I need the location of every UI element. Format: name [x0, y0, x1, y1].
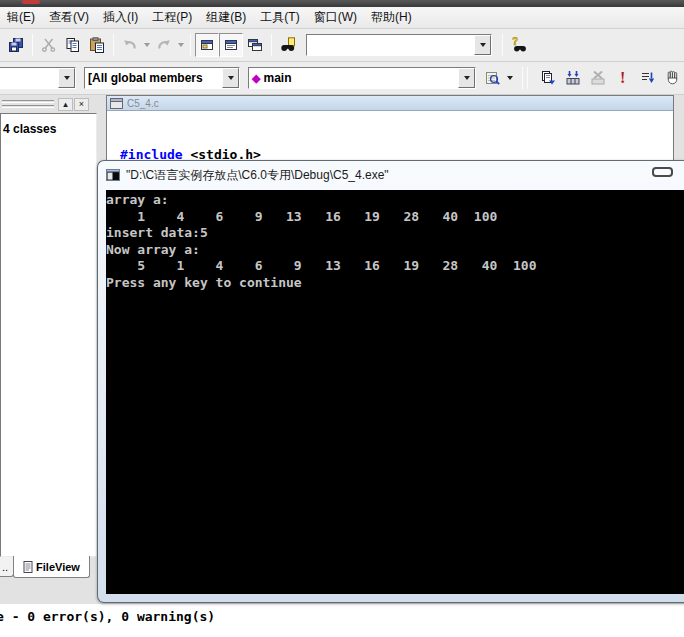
redo-dropdown-button[interactable]: [176, 33, 186, 57]
undo-icon: [122, 37, 138, 53]
paste-button[interactable]: [85, 33, 109, 57]
standard-toolbar: ?: [0, 29, 684, 62]
build-icon: [565, 70, 581, 86]
document-window-icon: [110, 98, 123, 109]
paste-icon: [89, 37, 105, 53]
tab-fileview[interactable]: FileView: [13, 556, 90, 578]
workspace-window-icon: [199, 37, 215, 53]
find-combobox: [306, 34, 492, 56]
menu-insert[interactable]: 插入(I): [96, 6, 145, 29]
compile-button[interactable]: [536, 66, 559, 90]
save-all-icon: [8, 37, 24, 53]
save-all-button[interactable]: [4, 33, 28, 57]
execute-button[interactable]: !: [611, 66, 634, 90]
wizard-actions-dropdown[interactable]: [505, 66, 515, 90]
go-debug-icon: [640, 70, 656, 86]
pane-close-button[interactable]: ×: [74, 98, 89, 111]
chevron-down-icon: [64, 76, 70, 80]
file-icon: [23, 561, 33, 573]
wizard-actions-button[interactable]: [482, 66, 505, 90]
hand-icon: [665, 70, 681, 86]
console-title: "D:\C语言实例存放点\C6.0专用\Debug\C5_4.exe": [126, 167, 389, 184]
workspace-root-item[interactable]: 4 classes: [1, 114, 96, 136]
wizard-actions-icon: [485, 70, 501, 86]
console-titlebar[interactable]: "D:\C语言实例存放点\C6.0专用\Debug\C5_4.exe": [98, 161, 684, 189]
toolbar-separator: [271, 34, 272, 56]
menu-help[interactable]: 帮助(H): [364, 6, 419, 29]
console-screen[interactable]: array a: 1 4 6 9 13 16 19 28 40 100 inse…: [106, 190, 684, 594]
tab-classview-label: ..: [2, 561, 8, 573]
console-output-line: array a:: [106, 192, 684, 209]
members-dropdown-button[interactable]: [222, 68, 239, 88]
redo-button[interactable]: [152, 33, 176, 57]
vc6-application: 辑(E) 查看(V) 插入(I) 工程(P) 组建(B) 工具(T) 窗口(W)…: [0, 0, 684, 637]
console-output-line: Now array a:: [106, 242, 684, 259]
execute-exclamation-icon: !: [620, 69, 625, 87]
find-in-files-button[interactable]: [276, 33, 300, 57]
cut-icon: [41, 37, 57, 53]
copy-button[interactable]: [61, 33, 85, 57]
menu-tools[interactable]: 工具(T): [253, 6, 306, 29]
cut-button[interactable]: [37, 33, 61, 57]
undo-dropdown-button[interactable]: [142, 33, 152, 57]
output-window-icon: [223, 37, 239, 53]
editor-titlebar[interactable]: C5_4.c: [107, 96, 673, 111]
toggle-output-button[interactable]: [219, 33, 243, 57]
pane-pin-button[interactable]: ▴: [58, 98, 73, 111]
editor-title: C5_4.c: [127, 98, 159, 109]
console-window[interactable]: "D:\C语言实例存放点\C6.0专用\Debug\C5_4.exe" arra…: [97, 160, 684, 603]
breakpoint-hand-button[interactable]: [661, 66, 684, 90]
source-editor-window[interactable]: C5_4.c #include <stdio.h> int main () {i…: [106, 95, 674, 162]
console-output-line: insert data:5: [106, 225, 684, 242]
class-combobox: [0, 67, 76, 89]
build-result-text: e - 0 error(s), 0 warning(s): [0, 609, 215, 624]
minimize-button[interactable]: [652, 167, 673, 177]
wizard-bar: [All global members ◆main: [0, 62, 684, 95]
function-value: ◆main: [249, 68, 458, 88]
console-output-line: 1 4 6 9 13 16 19 28 40 100: [106, 209, 684, 226]
chevron-down-icon: [228, 76, 234, 80]
menu-project[interactable]: 工程(P): [145, 6, 199, 29]
undo-button[interactable]: [118, 33, 142, 57]
cascade-windows-button[interactable]: [243, 33, 267, 57]
output-pane[interactable]: e - 0 error(s), 0 warning(s): [0, 604, 684, 637]
app-icon: [22, 0, 40, 4]
find-dropdown-button[interactable]: [474, 35, 491, 55]
dock-gripper[interactable]: [2, 100, 54, 103]
build-button[interactable]: [561, 66, 584, 90]
code-area[interactable]: #include <stdio.h> int main () {int a[11…: [107, 111, 673, 162]
menu-window[interactable]: 窗口(W): [307, 6, 364, 29]
function-dropdown-button[interactable]: [458, 68, 475, 88]
search-help-button[interactable]: ?: [507, 33, 531, 57]
find-in-files-icon: [280, 37, 296, 53]
compile-icon: [540, 70, 556, 86]
tab-classview[interactable]: ..: [0, 557, 14, 577]
workspace-pane[interactable]: 4 classes: [0, 113, 97, 557]
menu-edit[interactable]: 辑(E): [0, 6, 42, 29]
toolbar-gripper: [522, 67, 523, 89]
toggle-workspace-button[interactable]: [195, 33, 219, 57]
function-diamond-icon: ◆: [252, 72, 260, 84]
class-dropdown-button[interactable]: [58, 68, 75, 88]
chevron-down-icon: [507, 76, 513, 80]
dock-gripper[interactable]: [2, 105, 54, 108]
class-input[interactable]: [0, 68, 58, 88]
stop-build-icon: [590, 70, 606, 86]
find-input[interactable]: [307, 35, 474, 55]
stop-build-button[interactable]: [586, 66, 609, 90]
menu-view[interactable]: 查看(V): [42, 6, 96, 29]
cascade-windows-icon: [247, 37, 263, 53]
menu-build[interactable]: 组建(B): [199, 6, 253, 29]
search-help-icon: ?: [511, 37, 527, 53]
chevron-down-icon: [178, 43, 184, 47]
toolbar-separator: [113, 34, 114, 56]
go-debug-button[interactable]: [636, 66, 659, 90]
function-combobox[interactable]: ◆main: [248, 67, 476, 89]
toolbar-separator: [32, 34, 33, 56]
members-combobox[interactable]: [All global members: [84, 67, 240, 89]
copy-icon: [65, 37, 81, 53]
menu-bar: 辑(E) 查看(V) 插入(I) 工程(P) 组建(B) 工具(T) 窗口(W)…: [0, 7, 684, 29]
toolbar-separator: [190, 34, 191, 56]
console-output-line: 5 1 4 6 9 13 16 19 28 40 100: [106, 258, 684, 275]
console-output-line: Press any key to continue: [106, 275, 684, 292]
